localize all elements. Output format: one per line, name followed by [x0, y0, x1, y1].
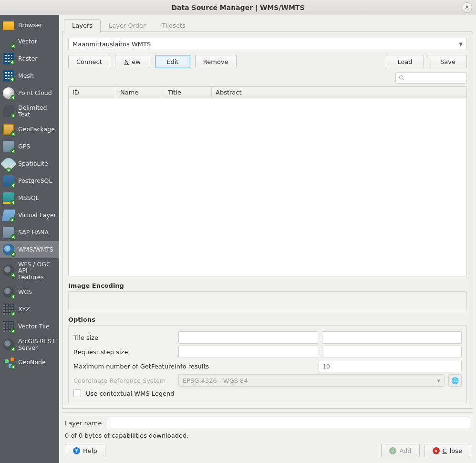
sidebar-item-point-cloud[interactable]: Point Cloud: [0, 84, 59, 102]
add-badge-icon: [10, 60, 15, 65]
tab-layer-order[interactable]: Layer Order: [101, 19, 154, 32]
edit-button[interactable]: Edit: [155, 55, 190, 68]
layer-search-input[interactable]: [395, 72, 467, 84]
request-step-x-input[interactable]: [178, 346, 318, 358]
layer-name-input[interactable]: [107, 417, 470, 429]
search-icon: [399, 75, 405, 81]
add-badge-icon: [10, 131, 16, 137]
tab-tilesets[interactable]: Tilesets: [154, 19, 193, 32]
layer-table[interactable]: ID Name Title Abstract: [68, 86, 467, 276]
add-badge-icon: [10, 273, 16, 278]
label-crs: Coordinate Reference System: [73, 377, 174, 384]
sidebar-item-delimited-text[interactable]: Delimited Text: [0, 102, 59, 121]
sidebar-item-mssql[interactable]: MSSQL: [0, 189, 59, 207]
sidebar-item-postgresql[interactable]: PostgreSQL: [0, 172, 59, 189]
vlayer-icon: [1, 210, 15, 221]
sidebar-item-label: SpatiaLite: [18, 160, 48, 167]
sidebar-item-mesh[interactable]: Mesh: [0, 67, 59, 84]
bottom-bar: Layer name 0 of 0 bytes of capabilities …: [62, 412, 473, 460]
sidebar-item-label: GPS: [18, 143, 30, 150]
col-abstract[interactable]: Abstract: [212, 87, 466, 98]
vectortile-icon: [3, 321, 14, 332]
close-icon: ✕: [465, 4, 469, 11]
help-icon: ?: [73, 447, 80, 454]
gps-icon: [3, 141, 14, 152]
sidebar-item-arcgis-rest-server[interactable]: ArcGIS REST Server: [0, 335, 59, 354]
connection-select[interactable]: Maanmittauslaitos WMTS ▼: [68, 38, 467, 50]
sidebar-item-label: Mesh: [18, 73, 34, 79]
sidebar-item-label: ArcGIS REST Server: [18, 338, 56, 351]
add-badge-icon: [10, 234, 16, 240]
sidebar-item-spatialite[interactable]: SpatiaLite: [0, 155, 59, 172]
tile-size-width-input[interactable]: [178, 331, 318, 344]
wms-icon: [3, 244, 14, 255]
folder-icon: [3, 21, 14, 30]
crs-select: EPSG:4326 - WGS 84 ▾: [178, 374, 445, 387]
tab-layers[interactable]: Layers: [64, 19, 101, 32]
col-title[interactable]: Title: [164, 87, 212, 98]
close-button[interactable]: ✕ Close: [424, 444, 470, 457]
remove-button[interactable]: Remove: [195, 55, 237, 68]
col-id[interactable]: ID: [69, 87, 116, 98]
col-name[interactable]: Name: [116, 87, 164, 98]
xyz-icon: [3, 304, 14, 315]
sidebar-item-wms-wmts[interactable]: WMS/WMTS: [0, 241, 59, 258]
window-titlebar: Data Source Manager | WMS/WMTS ✕: [0, 0, 476, 15]
connect-button[interactable]: Connect: [68, 55, 110, 68]
add-badge-icon: [10, 77, 15, 82]
save-button[interactable]: Save: [429, 55, 467, 68]
sidebar-item-gps[interactable]: GPS: [0, 138, 59, 155]
sidebar-item-browser[interactable]: Browser: [0, 17, 59, 33]
window-title: Data Source Manager | WMS/WMTS: [0, 4, 476, 11]
request-step-y-input[interactable]: [322, 346, 462, 358]
globe-icon: 🌐: [451, 377, 459, 384]
label-layer-name: Layer name: [65, 420, 103, 427]
group-title-image-encoding: Image Encoding: [68, 282, 467, 289]
status-text: 0 of 0 bytes of capabilities downloaded.: [65, 432, 470, 439]
new-button[interactable]: New: [115, 55, 150, 68]
sidebar-item-label: Delimited Text: [18, 105, 56, 118]
window-close-button[interactable]: ✕: [462, 2, 472, 13]
vector-icon: [3, 36, 14, 47]
sidebar-item-label: Vector: [18, 38, 37, 45]
add-badge-icon: [10, 252, 16, 257]
tile-size-height-input[interactable]: [322, 331, 462, 344]
options-frame: Tile size Request step size: [68, 325, 467, 403]
sidebar-item-wcs[interactable]: WCS: [0, 284, 59, 301]
wfs-icon: [3, 265, 14, 276]
add-badge-icon: [10, 183, 16, 188]
connection-button-row: Connect New Edit Remove Load Save: [68, 55, 467, 68]
point-cloud-icon: [3, 87, 14, 99]
help-button[interactable]: ? Help: [65, 444, 105, 457]
add-badge-icon: [10, 113, 16, 118]
sidebar-item-wfs-ogc-api-features[interactable]: WFS / OGC API - Features: [0, 258, 59, 284]
add-badge-icon: [10, 328, 16, 334]
sidebar-item-label: GeoPackage: [18, 126, 55, 133]
sidebar-item-vector[interactable]: Vector: [0, 33, 59, 50]
geopkg-icon: [3, 124, 14, 135]
close-icon: ✕: [433, 447, 440, 454]
label-tile-size: Tile size: [73, 334, 174, 341]
sidebar-item-label: Virtual Layer: [18, 212, 56, 219]
add-badge-icon: [10, 43, 16, 49]
sidebar-item-label: Point Cloud: [18, 90, 52, 96]
sidebar-item-geonode[interactable]: GeoNode: [0, 354, 59, 371]
sidebar-item-label: PostgreSQL: [18, 178, 52, 184]
sidebar-item-raster[interactable]: Raster: [0, 50, 59, 67]
table-body: [69, 98, 466, 276]
sidebar-item-xyz[interactable]: XYZ: [0, 301, 59, 318]
sidebar-item-virtual-layer[interactable]: Virtual Layer: [0, 207, 59, 224]
sidebar-item-geopackage[interactable]: GeoPackage: [0, 121, 59, 138]
add-badge-icon: [10, 347, 16, 352]
crs-value: EPSG:4326 - WGS 84: [183, 377, 248, 384]
contextual-legend-checkbox[interactable]: [73, 389, 81, 397]
add-badge-icon: [10, 311, 16, 316]
sidebar-item-vector-tile[interactable]: Vector Tile: [0, 318, 59, 335]
crs-picker-button: 🌐: [448, 374, 462, 387]
add-button: ✓ Add: [381, 444, 419, 457]
sidebar-item-label: Browser: [18, 22, 42, 29]
postgres-icon: [3, 175, 14, 187]
label-contextual-legend: Use contextual WMS Legend: [86, 390, 175, 397]
sidebar-item-sap-hana[interactable]: SAP HANA: [0, 224, 59, 241]
load-button[interactable]: Load: [386, 55, 424, 68]
